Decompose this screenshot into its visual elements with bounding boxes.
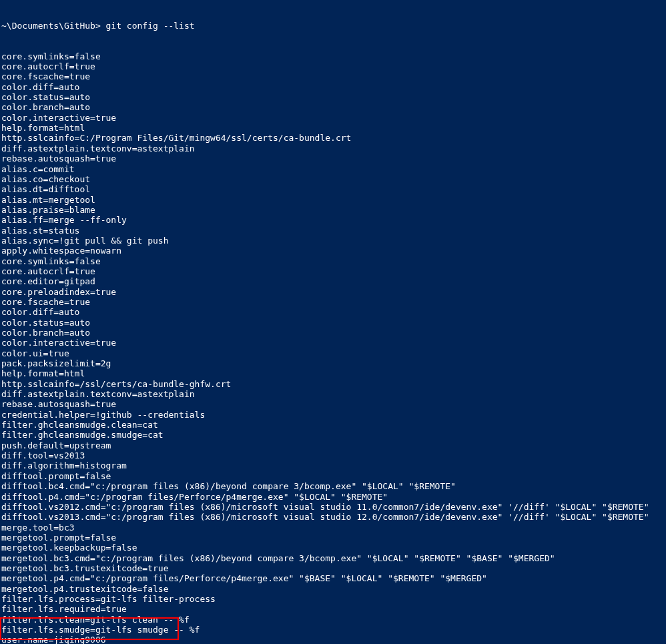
output-line: color.interactive=true: [1, 113, 665, 123]
output-line: core.editor=gitpad: [1, 276, 665, 286]
output-line: core.symlinks=false: [1, 51, 665, 61]
output-line: push.default=upstream: [1, 440, 665, 450]
output-line: core.fscache=true: [1, 71, 665, 81]
output-line: filter.ghcleansmudge.clean=cat: [1, 420, 665, 430]
output-line: diff.algorithm=histogram: [1, 460, 665, 470]
output-line: core.autocrlf=true: [1, 61, 665, 71]
output-line: core.fscache=true: [1, 297, 665, 307]
output-line: filter.lfs.clean=git-lfs clean -- %f: [1, 615, 665, 625]
output-line: mergetool.prompt=false: [1, 533, 665, 543]
output-line: core.autocrlf=true: [1, 266, 665, 276]
output-line: color.branch=auto: [1, 328, 665, 338]
output-line: mergetool.p4.cmd="c:/program files/Perfo…: [1, 573, 665, 583]
output-line: http.sslcainfo=/ssl/certs/ca-bundle-ghfw…: [1, 379, 665, 389]
output-line: user.name=jiqing9006: [1, 635, 665, 644]
output-line: diff.astextplain.textconv=astextplain: [1, 389, 665, 399]
output-line: color.status=auto: [1, 318, 665, 328]
output-line: alias.sync=!git pull && git push: [1, 236, 665, 246]
output-line: color.status=auto: [1, 92, 665, 102]
output-line: apply.whitespace=nowarn: [1, 246, 665, 256]
output-line: alias.dt=difftool: [1, 184, 665, 194]
output-line: mergetool.p4.trustexitcode=false: [1, 584, 665, 594]
output-line: filter.lfs.smudge=git-lfs smudge -- %f: [1, 625, 665, 635]
output-line: color.interactive=true: [1, 338, 665, 348]
output-line: filter.ghcleansmudge.smudge=cat: [1, 430, 665, 440]
prompt-line: ~\Documents\GitHub> git config --list: [1, 21, 665, 31]
output-line: core.preloadindex=true: [1, 287, 665, 297]
output-line: diff.astextplain.textconv=astextplain: [1, 143, 665, 153]
prompt-path: ~\Documents\GitHub>: [1, 21, 101, 31]
output-line: rebase.autosquash=true: [1, 153, 665, 164]
output-line: mergetool.keepbackup=false: [1, 543, 665, 553]
output-line: alias.co=checkout: [1, 174, 665, 184]
output-line: diff.tool=vs2013: [1, 450, 665, 460]
output-line: alias.st=status: [1, 226, 665, 236]
output-line: mergetool.bc3.cmd="c:/program files (x86…: [1, 553, 665, 563]
output-line: difftool.bc4.cmd="c:/program files (x86)…: [1, 481, 665, 491]
output-line: core.symlinks=false: [1, 256, 665, 266]
output-line: alias.mt=mergetool: [1, 195, 665, 205]
output-line: filter.lfs.required=true: [1, 604, 665, 614]
output-line: difftool.prompt=false: [1, 471, 665, 481]
output-line: difftool.vs2013.cmd="c:/program files (x…: [1, 512, 665, 522]
output-line: help.format=html: [1, 123, 665, 133]
output-line: merge.tool=bc3: [1, 523, 665, 533]
output-line: difftool.p4.cmd="c:/program files/Perfor…: [1, 492, 665, 502]
output-line: rebase.autosquash=true: [1, 399, 665, 409]
output-lines: core.symlinks=falsecore.autocrlf=truecor…: [1, 51, 665, 644]
output-line: alias.praise=blame: [1, 205, 665, 215]
output-line: pack.packsizelimit=2g: [1, 358, 665, 368]
output-line: color.ui=true: [1, 348, 665, 358]
output-line: color.diff=auto: [1, 307, 665, 317]
output-line: mergetool.bc3.trustexitcode=true: [1, 563, 665, 573]
command-text: git config --list: [101, 21, 195, 31]
output-line: help.format=html: [1, 368, 665, 378]
output-line: http.sslcainfo=C:/Program Files/Git/ming…: [1, 133, 665, 143]
output-line: color.branch=auto: [1, 102, 665, 112]
output-line: credential.helper=!github --credentials: [1, 410, 665, 420]
output-line: filter.lfs.process=git-lfs filter-proces…: [1, 594, 665, 604]
terminal-output[interactable]: ~\Documents\GitHub> git config --list co…: [0, 0, 666, 644]
output-line: difftool.vs2012.cmd="c:/program files (x…: [1, 502, 665, 512]
output-line: alias.c=commit: [1, 164, 665, 174]
output-line: alias.ff=merge --ff-only: [1, 215, 665, 225]
output-line: color.diff=auto: [1, 82, 665, 92]
